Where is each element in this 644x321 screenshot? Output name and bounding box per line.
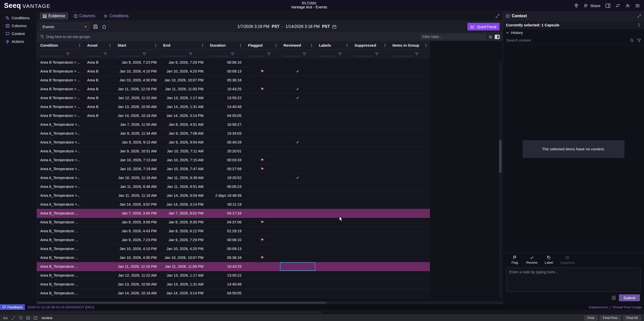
save-view-icon[interactable]: [93, 24, 98, 29]
cell-reviewed[interactable]: [280, 147, 315, 155]
column-menu-icon[interactable]: ⋮: [108, 43, 112, 48]
column-header-condition[interactable]: Condition⋮: [37, 41, 84, 49]
cell-reviewed[interactable]: [280, 227, 315, 235]
sidebar-item-context[interactable]: ⋮⋮ Context: [0, 30, 36, 38]
grid-toggle-icon[interactable]: [612, 296, 616, 300]
cell-flagged[interactable]: [244, 191, 280, 200]
cell-duration[interactable]: 00:06:10: [206, 236, 244, 244]
table-row[interactable]: Area A_Temperature >...Jan 7, 2026, 11:5…: [37, 120, 430, 129]
cell-start[interactable]: Jan 10, 2026, 4:10 PM: [114, 244, 160, 253]
cell-end[interactable]: Jan 10, 2026, 10:07 PM: [160, 253, 206, 262]
cell-suppressed[interactable]: [351, 67, 389, 76]
cell-items-in-group[interactable]: [389, 111, 430, 120]
cell-duration[interactable]: 00:09:13: [206, 67, 244, 76]
cell-labels[interactable]: [315, 218, 351, 226]
cell-flagged[interactable]: ⚑: [244, 253, 280, 262]
cell-end[interactable]: Jan 10, 2026, 4:20 PM: [160, 67, 206, 76]
cell-items-in-group[interactable]: [389, 236, 430, 244]
cell-labels[interactable]: [315, 200, 351, 209]
cell-flagged[interactable]: [244, 111, 280, 120]
cell-duration[interactable]: 00:06:10: [206, 58, 244, 67]
cell-condition[interactable]: Area A_Temperature >...: [37, 120, 84, 129]
cell-condition[interactable]: Area B Temperature > ...: [37, 76, 84, 84]
cell-reviewed[interactable]: [280, 120, 315, 129]
cell-start[interactable]: Jan 10, 2026, 7:12 AM: [114, 156, 160, 164]
datasources-link[interactable]: Datasources: [589, 305, 608, 309]
cell-duration[interactable]: 01:29:19: [206, 227, 244, 235]
cell-labels[interactable]: [315, 227, 351, 235]
cell-duration[interactable]: 10:43:25: [206, 262, 244, 271]
cell-flagged[interactable]: [244, 76, 280, 84]
column-filter-input[interactable]: [354, 51, 373, 56]
cell-asset[interactable]: [84, 227, 114, 235]
cell-flagged[interactable]: [244, 262, 280, 271]
cell-items-in-group[interactable]: [389, 147, 430, 155]
cell-flagged[interactable]: [244, 138, 280, 147]
search-icon[interactable]: [630, 38, 634, 42]
cell-labels[interactable]: [315, 253, 351, 262]
cell-reviewed[interactable]: [280, 236, 315, 244]
cell-items-in-group[interactable]: [389, 138, 430, 147]
cell-flagged[interactable]: [244, 244, 280, 253]
cell-duration[interactable]: 04:55:05: [206, 289, 244, 297]
cell-start[interactable]: Jan 13, 2026, 10:50 AM: [114, 280, 160, 289]
scrollbar-thumb[interactable]: [499, 140, 502, 173]
cell-end[interactable]: Jan 11, 2026, 6:51 AM: [160, 182, 206, 191]
cell-start[interactable]: Jan 9, 2026, 9:13 AM: [114, 138, 160, 147]
column-header-reviewed[interactable]: Reviewed⋮: [280, 41, 315, 49]
cell-labels[interactable]: [315, 58, 351, 67]
cell-labels[interactable]: [315, 147, 351, 155]
cell-start[interactable]: Jan 10, 2026, 7:19 AM: [114, 165, 160, 173]
column-menu-icon[interactable]: ⋮: [383, 43, 387, 48]
cell-suppressed[interactable]: [351, 120, 389, 129]
cell-suppressed[interactable]: [351, 271, 389, 280]
table-row[interactable]: Area A_Temperature >...Jan 10, 2026, 11:…: [37, 173, 430, 182]
filter-funnel-icon[interactable]: [375, 52, 378, 56]
cell-condition[interactable]: Area A_Temperature >...: [37, 191, 84, 200]
cell-flagged[interactable]: [244, 102, 280, 111]
cell-reviewed[interactable]: [280, 253, 315, 262]
filter-funnel-icon[interactable]: [189, 52, 192, 56]
cell-asset[interactable]: [84, 182, 114, 191]
breadcrumb-my-folder[interactable]: My Folder: [291, 1, 327, 5]
columns-panel-toggle-icon[interactable]: [495, 35, 500, 39]
cell-reviewed[interactable]: [280, 271, 315, 280]
note-textarea[interactable]: [506, 268, 640, 292]
cell-asset[interactable]: [84, 262, 114, 271]
grid-vertical-scrollbar[interactable]: [499, 62, 502, 298]
cell-end[interactable]: Jan 10, 2026, 10:07 PM: [160, 76, 206, 84]
cell-reviewed[interactable]: [280, 76, 315, 84]
cell-end[interactable]: Jan 9, 2026, 9:54 AM: [160, 138, 206, 147]
cell-condition[interactable]: Area A_Temperature >...: [37, 138, 84, 147]
cell-end[interactable]: Jan 13, 2026, 1:17 AM: [160, 271, 206, 280]
cell-end[interactable]: Jan 10, 2026, 7:47 AM: [160, 165, 206, 173]
cell-suppressed[interactable]: [351, 236, 389, 244]
cell-flagged[interactable]: [244, 280, 280, 289]
cell-asset[interactable]: [84, 289, 114, 297]
thread-pool-usage-link[interactable]: Thread Pool Usage: [612, 305, 641, 309]
match-case-toggle[interactable]: Aa: [3, 316, 8, 320]
cell-asset[interactable]: Area B: [84, 111, 114, 120]
match-quotes-toggle[interactable]: „‟: [11, 316, 15, 320]
table-row[interactable]: Area A_Temperature >...Jan 9, 2026, 9:13…: [37, 138, 430, 147]
cell-flagged[interactable]: [244, 147, 280, 155]
table-row[interactable]: Area A_Temperature >...Jan 14, 2026, 3:0…: [37, 200, 430, 209]
page-horizontal-scrollbar[interactable]: [0, 310, 644, 314]
cell-labels[interactable]: [315, 191, 351, 200]
cell-flagged[interactable]: ⚑: [244, 218, 280, 226]
cell-suppressed[interactable]: [351, 289, 389, 297]
cell-reviewed[interactable]: [280, 209, 315, 218]
layout-panels-icon[interactable]: [605, 4, 610, 8]
cell-items-in-group[interactable]: [389, 94, 430, 102]
column-filter-input[interactable]: [118, 51, 140, 56]
flag-button[interactable]: Flag: [510, 256, 520, 264]
share-button[interactable]: Share: [584, 4, 600, 8]
find-input[interactable]: [41, 315, 147, 320]
location-pin-icon[interactable]: [574, 3, 579, 8]
cell-start[interactable]: Jan 9, 2026, 4:43 PM: [114, 227, 160, 235]
cell-end[interactable]: Jan 14, 2026, 3:14 PM: [160, 200, 206, 209]
cell-start[interactable]: Jan 12, 2026, 11:22 AM: [114, 271, 160, 280]
cell-start[interactable]: Jan 10, 2026, 4:10 PM: [114, 67, 160, 76]
table-row[interactable]: Area B_Temperature ...Jan 10, 2026, 4:10…: [37, 244, 430, 253]
cell-condition[interactable]: Area B_Temperature ...: [37, 227, 84, 235]
